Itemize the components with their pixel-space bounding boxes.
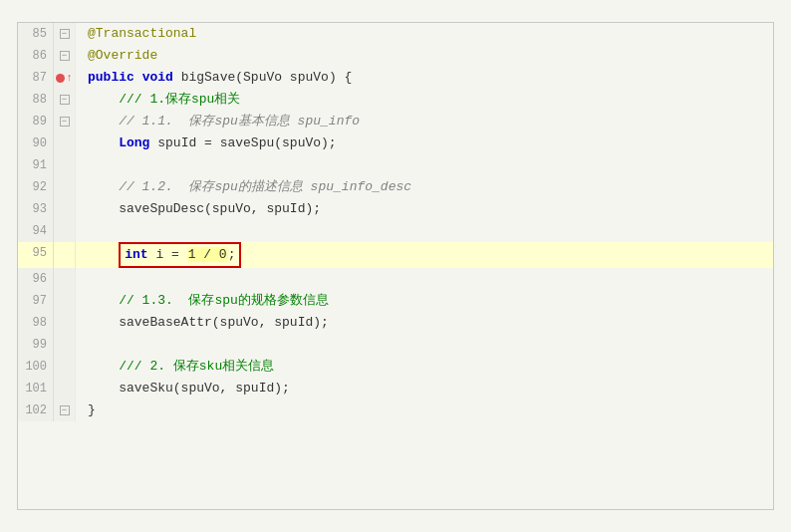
line-content-86: @Override (76, 45, 773, 67)
line-number-90: 90 (18, 133, 54, 154)
line-number-94: 94 (18, 220, 54, 242)
error-box: int i = 1 / 0; (119, 242, 241, 268)
gutter-89: − (54, 111, 76, 133)
comment-100: /// 2. 保存sku相关信息 (88, 359, 274, 374)
line-number-92: 92 (18, 176, 54, 198)
kw-int: int (125, 247, 147, 262)
comment-88: /// 1.保存spu相关 (88, 92, 240, 107)
code-line-90: 90 Long spuId = saveSpu(spuVo); (18, 133, 773, 154)
gutter-100 (54, 356, 76, 378)
line-content-98: saveBaseAttr(spuVo, spuId); (76, 312, 773, 334)
gutter-93 (54, 198, 76, 220)
code-line-97: 97 // 1.3. 保存spu的规格参数信息 (18, 290, 773, 312)
line-content-94 (76, 220, 773, 242)
gutter-85: − (54, 23, 76, 45)
line-number-101: 101 (18, 378, 54, 399)
gutter-96 (54, 268, 76, 290)
kw-long: Long (119, 135, 149, 150)
fold-icon-85[interactable]: − (60, 29, 70, 39)
line-content-89: // 1.1. 保存spu基本信息 spu_info (76, 111, 773, 133)
line-content-93: saveSpuDesc(spuVo, spuId); (76, 198, 773, 220)
breakpoint-dot (56, 74, 65, 83)
fold-icon-89[interactable]: − (60, 117, 70, 127)
code-line-85: 85 − @Transactional (18, 23, 773, 45)
line-number-88: 88 (18, 89, 54, 111)
code-line-88: 88 − /// 1.保存spu相关 (18, 89, 773, 111)
line-number-100: 100 (18, 356, 54, 378)
line-number-95: 95 (18, 242, 54, 268)
line-content-97: // 1.3. 保存spu的规格参数信息 (76, 290, 773, 312)
gutter-98 (54, 312, 76, 334)
gutter-87: ↑ (54, 67, 76, 89)
gutter-101 (54, 378, 76, 399)
line-content-85: @Transactional (76, 23, 773, 45)
comment-92: // 1.2. 保存spu的描述信息 spu_info_desc (88, 179, 411, 194)
code-line-92: 92 // 1.2. 保存spu的描述信息 spu_info_desc (18, 176, 773, 198)
var-i: i (155, 247, 163, 262)
division-highlight: 1 / 0 (187, 247, 228, 262)
line-number-102: 102 (18, 399, 54, 421)
code-line-86: 86 − @Override (18, 45, 773, 67)
line-content-88: /// 1.保存spu相关 (76, 89, 773, 111)
line-content-100: /// 2. 保存sku相关信息 (76, 356, 773, 378)
line-number-86: 86 (18, 45, 54, 67)
line-number-98: 98 (18, 312, 54, 334)
gutter-99 (54, 334, 76, 356)
line-number-87: 87 (18, 67, 54, 89)
code-line-101: 101 saveSku(spuVo, spuId); (18, 378, 773, 399)
fold-icon-88[interactable]: − (60, 95, 70, 105)
line-number-85: 85 (18, 23, 54, 45)
code-line-95: 95 int i = 1 / 0; (18, 242, 773, 268)
gutter-90 (54, 133, 76, 154)
line-content-101: saveSku(spuVo, spuId); (76, 378, 773, 399)
line-number-93: 93 (18, 198, 54, 220)
line-content-102: } (76, 399, 773, 421)
code-line-93: 93 saveSpuDesc(spuVo, spuId); (18, 198, 773, 220)
breakpoint-icon[interactable]: ↑ (56, 73, 73, 84)
code-line-94: 94 (18, 220, 773, 242)
line-number-91: 91 (18, 154, 54, 176)
gutter-88: − (54, 89, 76, 111)
line-content-90: Long spuId = saveSpu(spuVo); (76, 133, 773, 154)
comment-97: // 1.3. 保存spu的规格参数信息 (88, 293, 329, 308)
code-line-99: 99 (18, 334, 773, 356)
code-line-96: 96 (18, 268, 773, 290)
gutter-91 (54, 154, 76, 176)
code-line-98: 98 saveBaseAttr(spuVo, spuId); (18, 312, 773, 334)
line-content-91 (76, 154, 773, 176)
line-number-99: 99 (18, 334, 54, 356)
line-number-89: 89 (18, 111, 54, 133)
gutter-86: − (54, 45, 76, 67)
gutter-92 (54, 176, 76, 198)
gutter-95 (54, 242, 76, 268)
line-content-99 (76, 334, 773, 356)
line-content-92: // 1.2. 保存spu的描述信息 spu_info_desc (76, 176, 773, 198)
arrow-up-icon: ↑ (66, 73, 73, 84)
line-content-96 (76, 268, 773, 290)
fold-icon-102[interactable]: − (60, 405, 70, 415)
comment-89: // 1.1. 保存spu基本信息 spu_info (88, 114, 360, 129)
annotation-transactional: @Transactional (88, 26, 196, 41)
fn-bigsave: bigSave(SpuVo spuVo) { (181, 70, 353, 85)
code-editor: 85 − @Transactional 86 − @Override 87 ↑ … (17, 22, 774, 510)
gutter-97 (54, 290, 76, 312)
code-line-89: 89 − // 1.1. 保存spu基本信息 spu_info (18, 111, 773, 133)
gutter-102: − (54, 399, 76, 421)
fold-icon-86[interactable]: − (60, 51, 70, 61)
gutter-94 (54, 220, 76, 242)
code-line-102: 102 − } (18, 399, 773, 421)
kw-void: void (142, 70, 173, 85)
code-line-91: 91 (18, 154, 773, 176)
annotation-override: @Override (88, 48, 157, 63)
line-content-87: public void bigSave(SpuVo spuVo) { (76, 67, 773, 89)
line-number-96: 96 (18, 268, 54, 290)
code-line-100: 100 /// 2. 保存sku相关信息 (18, 356, 773, 378)
kw-public: public (88, 70, 134, 85)
code-line-87: 87 ↑ public void bigSave(SpuVo spuVo) { (18, 67, 773, 89)
line-content-95: int i = 1 / 0; (76, 242, 773, 268)
code-area: 85 − @Transactional 86 − @Override 87 ↑ … (18, 23, 773, 421)
line-number-97: 97 (18, 290, 54, 312)
